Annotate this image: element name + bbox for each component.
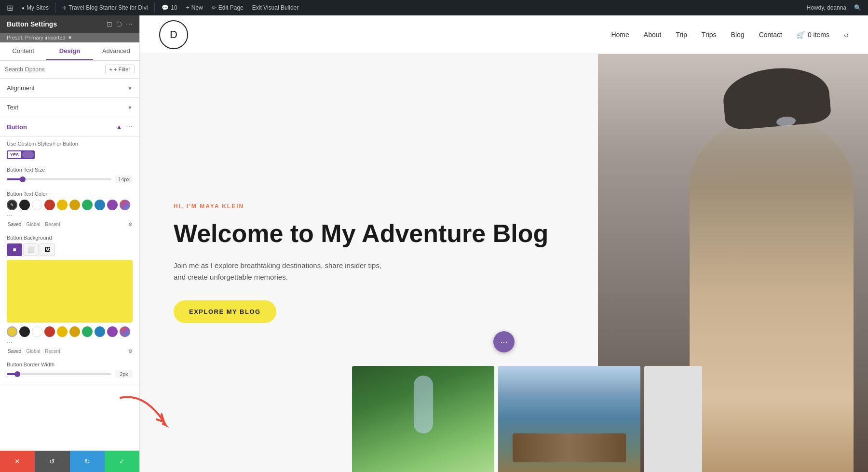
swatch-yellow-1[interactable] — [57, 200, 68, 210]
filter-button[interactable]: + + Filter — [105, 65, 135, 74]
swatch-gradient-1[interactable] — [120, 200, 130, 210]
swatch-gold-1[interactable] — [69, 200, 80, 210]
border-width-thumb[interactable] — [14, 371, 20, 377]
nav-about[interactable]: About — [644, 31, 662, 39]
cancel-button[interactable]: ✕ — [0, 451, 35, 472]
bg-tab-gradient[interactable]: ⬜ — [23, 243, 39, 256]
text-section-header[interactable]: Text ▼ — [0, 98, 139, 117]
comments-icon: 💬 — [162, 4, 169, 11]
swatch-black-1[interactable] — [19, 200, 30, 210]
swatch-green-2[interactable] — [82, 326, 93, 337]
panel-search-row: + + Filter — [0, 61, 139, 79]
my-sites-item[interactable]: ● My Sites — [19, 0, 52, 15]
image-icon: 🖼 — [44, 246, 50, 253]
panel-expand-icon[interactable]: ⬡ — [116, 20, 122, 28]
text-section: Text ▼ — [0, 98, 139, 117]
hero-title: Welcome to My Adventure Blog — [174, 219, 569, 248]
global-label-1[interactable]: Global — [26, 222, 40, 227]
alignment-section: Alignment ▼ — [0, 79, 139, 98]
settings-icon-2[interactable]: ⚙ — [128, 349, 133, 354]
recent-label-1[interactable]: Recent — [45, 222, 60, 227]
eyedropper-icon-1: ✎ — [10, 202, 14, 207]
border-width-slider[interactable] — [7, 373, 111, 375]
explore-blog-button[interactable]: EXPLORE MY BLOG — [174, 300, 276, 323]
new-label: New — [191, 4, 203, 11]
button-section-more[interactable]: ⋯ — [126, 123, 133, 131]
nav-cart[interactable]: 🛒 0 items — [797, 31, 829, 39]
swatch-green-1[interactable] — [82, 200, 93, 210]
tab-design[interactable]: Design — [46, 42, 93, 60]
edit-page-item[interactable]: ✏ Edit Page — [209, 0, 246, 15]
button-background-field: Button Background ■ ⬜ 🖼 — [0, 231, 139, 358]
alignment-section-header[interactable]: Alignment ▼ — [0, 79, 139, 97]
reset-button[interactable]: ↺ — [35, 451, 69, 472]
eyedropper-swatch-1[interactable]: ✎ — [7, 200, 17, 210]
border-width-value[interactable]: 2px — [115, 370, 133, 378]
more-dots-2[interactable]: ··· — [7, 337, 133, 347]
border-width-label: Button Border Width — [7, 362, 133, 367]
exit-builder-item[interactable]: Exit Visual Builder — [249, 0, 302, 15]
swatch-gold-2[interactable] — [69, 326, 80, 337]
nav-contact[interactable]: Contact — [759, 31, 782, 39]
comments-item[interactable]: 💬 10 — [159, 0, 180, 15]
bg-tab-color[interactable]: ■ — [7, 243, 22, 256]
panel-title: Button Settings — [7, 20, 57, 28]
more-dots-1[interactable]: ··· — [7, 210, 133, 220]
background-color-preview[interactable] — [7, 260, 133, 323]
border-width-slider-row: 2px — [7, 370, 133, 378]
text-size-value[interactable]: 14px — [115, 175, 133, 183]
button-section-title: Button — [7, 123, 27, 131]
nav-search-button[interactable]: ⌕ — [844, 30, 849, 39]
howdy-label: Howdy, deanna — [807, 4, 847, 11]
plus-icon: + — [186, 4, 190, 11]
tab-advanced[interactable]: Advanced — [93, 42, 139, 60]
swatch-white-2[interactable] — [32, 326, 42, 337]
text-size-thumb[interactable] — [20, 176, 26, 182]
nav-blog[interactable]: Blog — [731, 31, 745, 39]
edit-page-label: Edit Page — [218, 4, 244, 11]
wp-logo-item[interactable]: ⊞ — [4, 0, 16, 15]
panel-more-icon[interactable]: ⋯ — [126, 20, 133, 28]
swatch-red-2[interactable] — [44, 326, 55, 337]
settings-icon-1[interactable]: ⚙ — [128, 222, 133, 227]
swatch-purple-1[interactable] — [107, 200, 118, 210]
text-size-field: Button Text Size 14px — [0, 163, 139, 187]
text-size-slider[interactable] — [7, 178, 111, 180]
floating-action-button[interactable]: ··· — [493, 331, 515, 352]
redo-button[interactable]: ↻ — [70, 451, 105, 472]
eyedropper-swatch-2[interactable] — [7, 326, 17, 337]
blog-name-item[interactable]: ✈ Travel Blog Starter Site for Divi — [60, 0, 150, 15]
admin-search-item[interactable]: 🔍 — [851, 4, 864, 11]
howdy-item[interactable]: Howdy, deanna — [804, 4, 850, 11]
separator-1 — [55, 3, 56, 13]
swatch-red-1[interactable] — [44, 200, 55, 210]
bg-tab-image[interactable]: 🖼 — [40, 243, 55, 256]
saved-label-2[interactable]: Saved — [8, 349, 21, 354]
swatch-black-2[interactable] — [19, 326, 30, 337]
preset-row[interactable]: Preset: Primary imported ▼ — [0, 33, 139, 42]
nav-trip[interactable]: Trip — [676, 31, 687, 39]
nav-home[interactable]: Home — [611, 31, 629, 39]
panel-settings-icon[interactable]: ⊡ — [107, 20, 112, 28]
recent-label-2[interactable]: Recent — [45, 349, 60, 354]
hero-area: HI, I'M MAYA KLEIN Welcome to My Adventu… — [140, 54, 868, 472]
saved-label-1[interactable]: Saved — [8, 222, 21, 227]
custom-styles-toggle[interactable]: YES — [7, 150, 35, 159]
nav-trips[interactable]: Trips — [702, 31, 717, 39]
text-color-swatches: ✎ — [7, 200, 133, 210]
site-logo[interactable]: D — [159, 20, 188, 49]
button-section-chevron[interactable]: ▲ — [116, 123, 122, 130]
swatch-blue-1[interactable] — [95, 200, 105, 210]
tab-content[interactable]: Content — [0, 42, 46, 60]
swatch-white-1[interactable] — [32, 200, 42, 210]
swatch-gradient-2[interactable] — [120, 326, 130, 337]
search-options-input[interactable] — [5, 66, 102, 73]
main-layout: Button Settings ⊡ ⬡ ⋯ Preset: Primary im… — [0, 15, 868, 472]
new-item[interactable]: + New — [183, 0, 206, 15]
panel-tabs: Content Design Advanced — [0, 42, 139, 61]
swatch-purple-2[interactable] — [107, 326, 118, 337]
swatch-blue-2[interactable] — [95, 326, 105, 337]
swatch-yellow-2[interactable] — [57, 326, 68, 337]
global-label-2[interactable]: Global — [26, 349, 40, 354]
save-button[interactable]: ✓ — [105, 451, 139, 472]
